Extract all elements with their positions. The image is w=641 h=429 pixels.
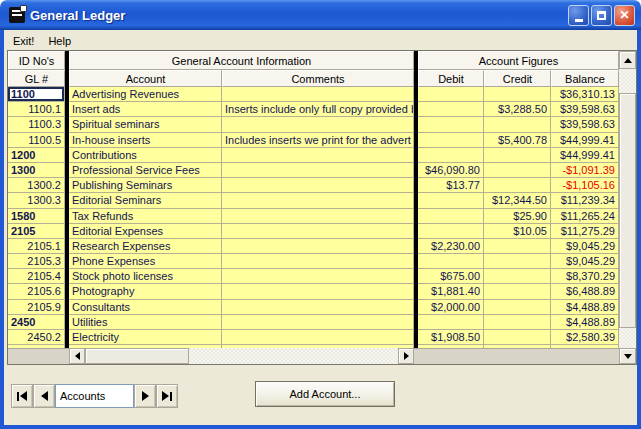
cell-account[interactable]: Editorial Expenses (69, 224, 222, 239)
cell-comments[interactable]: Inserts include only full copy provided … (222, 102, 414, 117)
cell-comments[interactable] (222, 148, 414, 163)
menu-item-help[interactable]: Help (41, 32, 78, 50)
cell-balance[interactable]: $39,598.63 (551, 102, 619, 117)
cell-credit[interactable] (484, 178, 551, 193)
cell-gl[interactable]: 1300 (8, 163, 65, 178)
cell-gl[interactable]: 2105 (8, 224, 65, 239)
column-header-account[interactable]: Account (69, 70, 222, 87)
cell-account[interactable]: Contributions (69, 148, 222, 163)
cell-debit[interactable] (418, 254, 484, 269)
cell-credit[interactable] (484, 269, 551, 284)
maximize-button[interactable] (591, 5, 612, 26)
cell-balance[interactable]: $11,265.24 (551, 209, 619, 224)
column-header-comments[interactable]: Comments (222, 70, 414, 87)
cell-debit[interactable]: $675.00 (418, 269, 484, 284)
cell-comments[interactable] (222, 87, 414, 102)
cell-balance[interactable]: -$1,105.16 (551, 178, 619, 193)
cell-comments[interactable] (222, 284, 414, 299)
cell-debit[interactable]: $1,908.50 (418, 330, 484, 345)
cell-account[interactable]: Phone Expenses (69, 254, 222, 269)
cell-credit[interactable] (484, 330, 551, 345)
cell-debit[interactable]: $46,090.80 (418, 163, 484, 178)
cell-debit[interactable]: $1,881.40 (418, 284, 484, 299)
cell-credit[interactable] (484, 300, 551, 315)
cell-comments[interactable] (222, 224, 414, 239)
cell-debit[interactable] (418, 224, 484, 239)
cell-credit[interactable] (484, 315, 551, 330)
cell-account[interactable]: Editorial Seminars (69, 193, 222, 208)
cell-gl[interactable]: 1100.5 (8, 133, 65, 148)
cell-account[interactable]: Publishing Seminars (69, 178, 222, 193)
last-record-button[interactable] (156, 384, 178, 408)
scroll-down-button[interactable] (619, 348, 636, 364)
vertical-scroll-thumb[interactable] (619, 93, 636, 328)
cell-account[interactable]: In-house inserts (69, 133, 222, 148)
cell-account[interactable]: Insert ads (69, 102, 222, 117)
cell-balance[interactable]: $9,045.29 (551, 239, 619, 254)
cell-debit[interactable] (418, 148, 484, 163)
cell-balance[interactable]: $44,999.41 (551, 148, 619, 163)
cell-comments[interactable] (222, 193, 414, 208)
cell-credit[interactable]: $12,344.50 (484, 193, 551, 208)
close-button[interactable]: ✕ (614, 5, 635, 26)
cell-comments[interactable] (222, 163, 414, 178)
horizontal-scrollbar[interactable] (8, 348, 619, 364)
cell-comments[interactable] (222, 117, 414, 132)
cell-account[interactable]: Research Expenses (69, 239, 222, 254)
cell-gl[interactable]: 2105.9 (8, 300, 65, 315)
cell-debit[interactable]: $2,230.00 (418, 239, 484, 254)
cell-credit[interactable] (484, 239, 551, 254)
cell-account[interactable]: Stock photo licenses (69, 269, 222, 284)
cell-balance[interactable]: $2,580.39 (551, 330, 619, 345)
column-header-debit[interactable]: Debit (418, 70, 484, 87)
cell-account[interactable]: Tax Refunds (69, 209, 222, 224)
cell-credit[interactable] (484, 254, 551, 269)
cell-balance[interactable]: $8,370.29 (551, 269, 619, 284)
cell-balance[interactable]: $11,275.29 (551, 224, 619, 239)
cell-account[interactable]: Photography (69, 284, 222, 299)
cell-gl[interactable]: 2450.2 (8, 330, 65, 345)
cell-balance[interactable]: -$1,091.39 (551, 163, 619, 178)
cell-comments[interactable] (222, 178, 414, 193)
cell-account[interactable]: Advertising Revenues (69, 87, 222, 102)
record-indicator-input[interactable]: Accounts (55, 384, 134, 408)
cell-debit[interactable] (418, 102, 484, 117)
add-account-button[interactable]: Add Account... (255, 381, 395, 407)
cell-credit[interactable] (484, 87, 551, 102)
scroll-left-button[interactable] (69, 348, 85, 364)
cell-comments[interactable]: Includes inserts we print for the advert (222, 133, 414, 148)
cell-comments[interactable] (222, 330, 414, 345)
cell-credit[interactable]: $25.90 (484, 209, 551, 224)
vertical-scrollbar[interactable] (619, 51, 636, 364)
cell-account[interactable]: Electricity (69, 330, 222, 345)
horizontal-scroll-thumb[interactable] (85, 348, 189, 364)
cell-comments[interactable] (222, 209, 414, 224)
cell-gl[interactable]: 1580 (8, 209, 65, 224)
cell-comments[interactable] (222, 300, 414, 315)
cell-gl[interactable]: 1100.3 (8, 117, 65, 132)
cell-account[interactable]: Spiritual seminars (69, 117, 222, 132)
cell-gl[interactable]: 2105.3 (8, 254, 65, 269)
cell-gl[interactable]: 2105.1 (8, 239, 65, 254)
cell-gl[interactable]: 1100.1 (8, 102, 65, 117)
cell-gl[interactable]: 1100 (8, 87, 65, 102)
cell-debit[interactable] (418, 209, 484, 224)
cell-credit[interactable]: $3,288.50 (484, 102, 551, 117)
cell-balance[interactable]: $11,239.34 (551, 193, 619, 208)
cell-credit[interactable]: $10.05 (484, 224, 551, 239)
next-record-button[interactable] (134, 384, 156, 408)
cell-balance[interactable]: $9,045.29 (551, 254, 619, 269)
scroll-right-button[interactable] (398, 348, 414, 364)
title-bar[interactable]: General Ledger ✕ (0, 0, 641, 30)
cell-gl[interactable]: 1300.3 (8, 193, 65, 208)
cell-credit[interactable]: $5,400.78 (484, 133, 551, 148)
cell-credit[interactable] (484, 163, 551, 178)
cell-balance[interactable]: $4,488.89 (551, 315, 619, 330)
cell-comments[interactable] (222, 239, 414, 254)
cell-debit[interactable] (418, 315, 484, 330)
cell-credit[interactable] (484, 284, 551, 299)
cell-credit[interactable] (484, 148, 551, 163)
cell-gl[interactable]: 2105.6 (8, 284, 65, 299)
cell-comments[interactable] (222, 315, 414, 330)
menu-item-exit[interactable]: Exit! (6, 32, 41, 50)
